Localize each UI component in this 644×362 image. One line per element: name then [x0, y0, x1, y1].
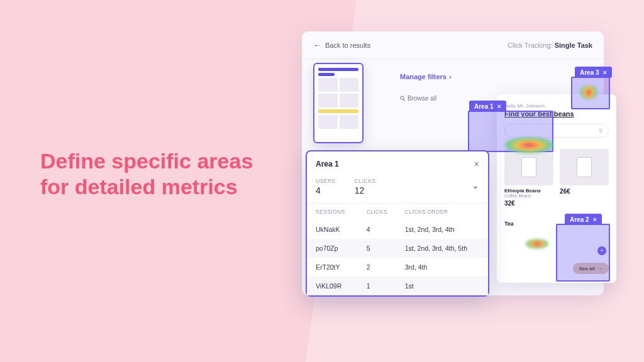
- selection-label-area-2[interactable]: Area 2 ×: [565, 214, 602, 225]
- headline-line2: for detailed metrics: [40, 175, 238, 199]
- product-image: [560, 149, 609, 185]
- browse-all-label: Browse all: [408, 95, 436, 102]
- cell-clicks: 1: [358, 277, 396, 295]
- cell-clicks: 4: [358, 220, 396, 239]
- product-name: Ethiopia Beans: [504, 188, 553, 194]
- table-row: ViKL09R11st: [307, 277, 488, 295]
- headline: Define specific areas for detailed metri…: [40, 148, 253, 200]
- tracking-mode-value: Single Task: [555, 41, 592, 49]
- stat-clicks: CLICKS 12: [355, 178, 376, 195]
- col-order: CLICKS ORDER: [396, 204, 488, 221]
- product-category: Coffee Beans: [504, 194, 553, 198]
- heatmap-blob: [526, 239, 548, 249]
- manage-filters-button[interactable]: Manage filters: [400, 73, 452, 80]
- cell-session: ErT20tY: [307, 258, 358, 277]
- col-sessions: SESSIONS: [307, 204, 358, 221]
- table-row: UkNakK41st, 2nd, 3rd, 4th: [307, 220, 488, 239]
- search-icon: [400, 94, 405, 102]
- search-icon: ⚲: [599, 128, 603, 134]
- browse-all-button[interactable]: Browse all: [400, 94, 436, 102]
- close-icon[interactable]: ×: [474, 159, 479, 169]
- selection-label-area-3[interactable]: Area 3 ×: [575, 67, 612, 78]
- tracking-prefix: Click Tracking:: [508, 41, 555, 49]
- product-card[interactable]: Ethiopia Beans Coffee Beans 32€: [504, 149, 553, 207]
- cell-order: 1st, 2nd, 3rd, 4th: [396, 220, 488, 239]
- stat-label: CLICKS: [355, 178, 376, 184]
- close-icon[interactable]: ×: [497, 102, 501, 110]
- app-header: Back to results Click Tracking: Single T…: [302, 31, 604, 59]
- cell-session: UkNakK: [307, 220, 358, 239]
- back-label: Back to results: [325, 41, 370, 49]
- chevron-right-icon: [449, 73, 452, 80]
- panel-header: Area 1 ×: [307, 151, 488, 177]
- selection-label-text: Area 1: [474, 103, 494, 110]
- stat-value: 12: [355, 185, 376, 195]
- product-price: 26€: [560, 188, 609, 195]
- headline-line1: Define specific areas: [40, 149, 253, 173]
- back-button[interactable]: Back to results: [313, 40, 370, 50]
- panel-title: Area 1: [316, 160, 339, 168]
- selection-label-text: Area 2: [570, 216, 589, 223]
- selected-screen-thumb[interactable]: [313, 63, 364, 143]
- product-image: [504, 149, 553, 185]
- selection-label-text: Area 3: [580, 69, 599, 76]
- tracking-mode-label: Click Tracking: Single Task: [508, 41, 592, 49]
- product-card[interactable]: 26€: [560, 149, 609, 207]
- stat-label: USERS: [316, 178, 336, 184]
- heatmap-blob: [580, 85, 597, 99]
- selection-label-area-1[interactable]: Area 1 ×: [469, 101, 506, 112]
- cell-order: 3rd, 4th: [396, 258, 488, 277]
- table-row: ErT20tY23rd, 4th: [307, 258, 488, 277]
- metrics-panel: Area 1 × USERS 4 CLICKS 12 ⌄ SESSIONS CL…: [306, 150, 489, 297]
- cell-session: po70Zp: [307, 239, 358, 258]
- stat-value: 4: [316, 185, 336, 195]
- selection-area-2[interactable]: [556, 224, 610, 282]
- cell-order: 1st, 2nd, 3rd, 4th, 5th: [396, 239, 488, 258]
- manage-filters-label: Manage filters: [400, 73, 447, 80]
- close-icon[interactable]: ×: [593, 216, 597, 223]
- col-clicks: CLICKS: [358, 204, 396, 221]
- preview-products: Ethiopia Beans Coffee Beans 32€ 26€: [504, 149, 609, 207]
- close-icon[interactable]: ×: [603, 69, 607, 76]
- sessions-table: SESSIONS CLICKS CLICKS ORDER UkNakK41st,…: [307, 203, 488, 295]
- arrow-left-icon: [313, 40, 321, 50]
- table-row: po70Zp51st, 2nd, 3rd, 4th, 5th: [307, 239, 488, 258]
- cell-session: ViKL09R: [307, 277, 358, 295]
- chevron-down-icon[interactable]: ⌄: [472, 180, 479, 190]
- heatmap-blob: [504, 137, 553, 153]
- stat-users: USERS 4: [316, 178, 336, 195]
- cell-clicks: 5: [358, 239, 396, 258]
- panel-stats: USERS 4 CLICKS 12 ⌄: [307, 177, 488, 203]
- cell-clicks: 2: [358, 258, 396, 277]
- cell-order: 1st: [396, 277, 488, 295]
- product-price: 32€: [504, 200, 553, 207]
